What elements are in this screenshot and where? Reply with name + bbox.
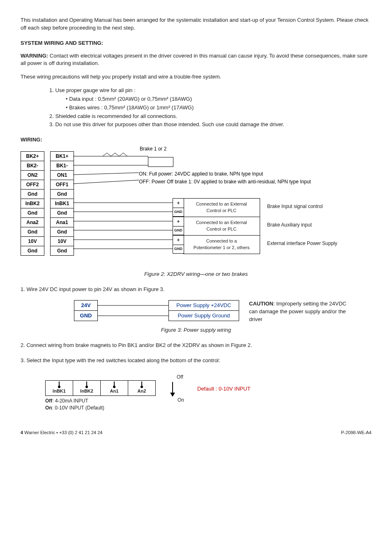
- list-item: • Brakes wires : 0,75mm² (18AWG) or 1mm²…: [66, 104, 371, 112]
- dip-switch: InBK1: [46, 381, 73, 395]
- precautions-list: 1. Use proper gauge wire for all pin : •…: [49, 87, 371, 129]
- switch-label: An2: [128, 388, 155, 395]
- step-2-text: 2. Connect wiring from brake magnets to …: [21, 342, 371, 349]
- connection-note: External interface Power Supply: [267, 240, 337, 247]
- list-item: 2. Shielded cable is recommended for all…: [49, 113, 371, 120]
- default-note: Default : 0-10V INPUT: [197, 385, 250, 393]
- power-pin-block: 24V GND: [74, 300, 98, 321]
- figure-2-diagram: BK2+ BK2- ON2 OFF2 Gnd InBK2 Gnd Ana2 Gn…: [21, 148, 362, 267]
- gnd-label: GND: [173, 207, 184, 217]
- step-1-text: 1. Wire 24V DC input power to pin 24V as…: [21, 286, 371, 294]
- caution-label: CAUTION: [249, 301, 273, 307]
- figure-2-caption: Figure 2: X2DRV wiring—one or two brakes: [21, 271, 371, 278]
- on-off-description: ON: Full power: 24VDC applied to brake, …: [139, 170, 369, 186]
- list-item: • Data input : 0,5mm² (20AWG) or 0,75mm²…: [66, 95, 371, 103]
- svg-line-3: [73, 173, 139, 175]
- off-legend-text: : 4-20mA INPUT: [52, 398, 88, 404]
- off-legend-label: Off: [45, 398, 52, 404]
- dip-switch-box: InBK1 InBK2 An1 An2: [45, 380, 156, 396]
- intro-paragraph: This installation and Operating Manual h…: [21, 16, 371, 32]
- connection-target: Connected to an External Control or PLC: [183, 217, 260, 236]
- precautions-text: These wiring precautions will help you p…: [21, 73, 371, 81]
- connection-target: Connected to a Potentiometer 1 or 2, oth…: [183, 235, 260, 254]
- brake-label: Brake 1 or 2: [140, 146, 166, 153]
- gnd-label: GND: [173, 226, 184, 235]
- mid-text: Connected to an External: [196, 201, 247, 208]
- plus-icon: +: [173, 235, 184, 245]
- list-item: 3. Do not use this driver for purposes o…: [49, 121, 371, 129]
- mid-text: Control or PLC: [207, 208, 237, 214]
- page-footer: 4 Warner Electric • +33 (0) 2 41 21 24 2…: [21, 430, 371, 436]
- gnd-label: GND: [173, 244, 184, 254]
- switch-label: InBK2: [73, 388, 100, 395]
- dip-switch: An2: [128, 381, 155, 395]
- on-label: On: [178, 397, 184, 404]
- svg-line-4: [73, 180, 139, 184]
- wiring-lines-icon: [97, 300, 168, 321]
- switch-label: An1: [101, 388, 128, 395]
- power-supply-label: Power Supply +24VDC: [169, 301, 239, 311]
- on-text: ON: Full power: 24VDC applied to brake, …: [139, 170, 369, 178]
- wiring-heading: WIRING:: [21, 136, 371, 144]
- off-text: OFF: Power Off brake 1: 0V applied to br…: [139, 178, 369, 186]
- power-supply-block: Power Supply +24VDC Power Supply Ground: [168, 300, 239, 321]
- figure-3-caption: Figure 3: Power supply wiring: [21, 326, 371, 334]
- arrow-down-icon: [168, 381, 177, 398]
- connection-note: Brake Auxiliary input: [267, 222, 312, 229]
- list-item: 1. Use proper gauge wire for all pin :: [49, 87, 371, 95]
- power-supply-label: Power Supply Ground: [169, 311, 239, 321]
- switch-label: InBK1: [46, 388, 73, 395]
- pin-label: 24V: [74, 301, 97, 311]
- footer-left: Warner Electric • +33 (0) 2 41 21 24 24: [23, 430, 102, 435]
- footer-right: P-2098-WE-A4: [341, 430, 371, 436]
- step-3-text: 3. Select the Input type with the red sw…: [21, 357, 371, 365]
- mid-text: Connected to an External: [196, 220, 247, 226]
- dip-switch: An1: [101, 381, 128, 395]
- warning-label: WARNING:: [21, 53, 48, 59]
- warning-text: Contact with electrical voltages present…: [21, 53, 367, 67]
- pin-label: GND: [74, 311, 97, 321]
- svg-marker-14: [170, 393, 175, 397]
- mid-text: Control or PLC: [207, 226, 237, 233]
- plus-icon: +: [173, 217, 184, 227]
- warning-paragraph: WARNING: Contact with electrical voltage…: [21, 52, 371, 68]
- plus-icon: +: [173, 198, 184, 208]
- dip-switch-diagram: InBK1 InBK2 An1 An2 Off On Default : 0-1…: [45, 372, 325, 417]
- connection-note: Brake Input signal control: [267, 203, 323, 210]
- mid-text: Connected to a: [206, 238, 237, 245]
- switch-legend: Off: 4-20mA INPUT On: 0-10V INPUT (Defau…: [45, 398, 104, 412]
- section-title-wiring-setting: SYSTEM WIRING AND SETTING:: [21, 39, 371, 47]
- on-legend-text: : 0-10V INPUT (Default): [52, 405, 104, 411]
- figure-3-diagram: 24V GND Power Supply +24VDC Power Supply…: [74, 300, 238, 322]
- on-legend-label: On: [45, 405, 52, 411]
- connection-target: Connected to an External Control or PLC: [183, 198, 260, 217]
- dip-switch: InBK2: [73, 381, 101, 395]
- mid-text: Potentiometer 1 or 2, others: [194, 245, 249, 251]
- off-label: Off: [177, 374, 183, 381]
- caution-paragraph: CAUTION: Improperly setting the 24VDC ca…: [249, 300, 352, 324]
- brake-box-icon: [148, 157, 173, 167]
